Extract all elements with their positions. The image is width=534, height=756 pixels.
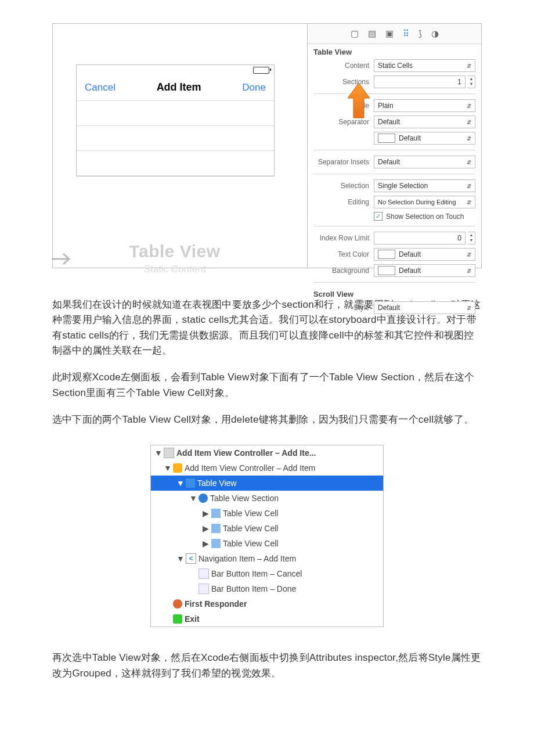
size-inspector-icon[interactable]: ⟆ [418, 28, 422, 39]
document-outline-figure: ▼ Add Item View Controller – Add Ite... … [150, 445, 384, 627]
editing-select[interactable]: No Selection During Editing⇵ [374, 196, 475, 208]
content-label: Content [313, 62, 374, 70]
xcode-screenshot-figure: Cancel Add Item Done Table View Static C… [52, 23, 482, 268]
disclosure-triangle-icon[interactable]: ▼ [154, 448, 161, 458]
disclosure-triangle-icon[interactable]: ▼ [189, 494, 196, 503]
placeholder-subtitle: Static Content [76, 264, 273, 275]
storyboard-phone-preview: Cancel Add Item Done [76, 64, 275, 177]
sections-label: Sections [313, 78, 374, 86]
color-swatch-icon [378, 250, 395, 259]
row-separator: Separator Default⇵ [308, 114, 481, 130]
outline-bar-button-done[interactable]: ▶ Bar Button Item – Done [151, 581, 383, 596]
scene-icon [164, 448, 174, 458]
disclosure-triangle-icon[interactable]: ▶ [202, 524, 209, 533]
inspector-tabs: ▢ ▤ ▣ ⠿ ⟆ ◑ [308, 24, 481, 44]
outline-table-view[interactable]: ▼ Table View [151, 476, 383, 491]
table-cell-icon [211, 509, 221, 518]
status-bar [77, 65, 274, 75]
outline-table-view-cell[interactable]: ▶ Table View Cell [151, 506, 383, 521]
table-view-placeholder: Table View Static Content [76, 242, 273, 275]
separator-insets-select[interactable]: Default⇵ [374, 156, 475, 168]
table-view-icon [186, 478, 195, 488]
row-text-color: Text Color Default⇵ [308, 246, 481, 262]
outline-exit[interactable]: ▶ Exit [151, 611, 383, 627]
color-swatch-icon [378, 134, 395, 143]
sections-field[interactable]: 1 [374, 75, 466, 88]
outline-scene[interactable]: ▼ Add Item View Controller – Add Ite... [151, 445, 383, 460]
bar-button-icon [199, 584, 209, 594]
text-color-select[interactable]: Default⇵ [374, 248, 475, 261]
navigation-bar: Cancel Add Item Done [77, 75, 274, 101]
row-selection: Selection Single Selection⇵ [308, 178, 481, 194]
checkbox-checked-icon: ✓ [374, 212, 383, 221]
text-color-label: Text Color [313, 250, 374, 258]
color-swatch-icon [378, 266, 395, 275]
bar-button-icon [199, 568, 209, 579]
separator-insets-label: Separator Insets [313, 158, 374, 166]
index-row-limit-field[interactable]: 0 [374, 232, 466, 244]
disclosure-triangle-icon[interactable]: ▼ [176, 554, 183, 563]
storyboard-entry-arrow-icon [52, 250, 75, 268]
section-table-view: Table View [308, 44, 481, 57]
section-scroll-view: Scroll View [308, 286, 481, 300]
connections-inspector-icon[interactable]: ◑ [431, 28, 439, 39]
content-select[interactable]: Static Cells⇵ [374, 59, 475, 72]
disclosure-triangle-icon[interactable]: ▶ [202, 509, 209, 518]
background-select[interactable]: Default⇵ [374, 264, 475, 277]
placeholder-title: Table View [76, 242, 273, 261]
first-responder-icon [173, 599, 182, 609]
separator-select[interactable]: Default⇵ [374, 116, 475, 128]
show-selection-on-touch-checkbox[interactable]: ✓ Show Selection on Touch [308, 210, 481, 222]
row-style: Style Plain⇵ [308, 98, 481, 114]
chevron-updown-icon: ⇵ [467, 63, 471, 69]
background-label: Background [313, 267, 374, 275]
outline-navigation-item[interactable]: ▼ < Navigation Item – Add Item [151, 551, 383, 566]
index-row-limit-stepper[interactable]: ▲▼ [468, 232, 475, 244]
table-cell[interactable] [77, 126, 274, 151]
style-select[interactable]: Plain⇵ [374, 99, 475, 112]
selection-label: Selection [313, 182, 374, 190]
sv-style-select[interactable]: Default⇵ [374, 301, 475, 314]
battery-icon [253, 67, 269, 74]
row-separator-insets: Separator Insets Default⇵ [308, 154, 481, 170]
table-cell[interactable] [77, 101, 274, 126]
row-separator-color: Default⇵ [308, 130, 481, 146]
row-background: Background Default⇵ [308, 262, 481, 279]
editing-label: Editing [313, 198, 374, 206]
paragraph: 此时观察Xcode左侧面板，会看到Table View对象下面有了一个Table… [52, 370, 482, 401]
cancel-button[interactable]: Cancel [85, 82, 116, 93]
attributes-inspector: ▢ ▤ ▣ ⠿ ⟆ ◑ Table View Content Static Ce… [307, 24, 481, 268]
done-button[interactable]: Done [242, 82, 266, 93]
row-sections: Sections 1▲▼ [308, 74, 481, 90]
paragraph: 再次选中Table View对象，然后在Xcode右侧面板中切换到Attribu… [52, 650, 482, 681]
index-row-limit-label: Index Row Limit [313, 234, 374, 242]
exit-icon [173, 614, 182, 624]
sections-stepper[interactable]: ▲▼ [468, 75, 475, 88]
paragraph: 选中下面的两个Table View Cell对象，用delete键将其删除，因为… [52, 412, 482, 427]
table-cell-icon [211, 524, 221, 533]
view-controller-icon [173, 463, 182, 473]
outline-view-controller[interactable]: ▼ Add Item View Controller – Add Item [151, 460, 383, 476]
selection-select[interactable]: Single Selection⇵ [374, 179, 475, 192]
table-cell[interactable] [77, 151, 274, 176]
attributes-inspector-icon[interactable]: ⠿ [403, 28, 409, 39]
disclosure-triangle-icon[interactable]: ▼ [176, 478, 183, 488]
identity-inspector-icon[interactable]: ▣ [385, 28, 394, 39]
table-section-icon [199, 494, 208, 503]
separator-color-select[interactable]: Default⇵ [374, 132, 475, 145]
outline-table-view-section[interactable]: ▼ Table View Section [151, 491, 383, 506]
outline-bar-button-cancel[interactable]: ▶ Bar Button Item – Cancel [151, 566, 383, 581]
outline-first-responder[interactable]: ▶ First Responder [151, 596, 383, 611]
row-sv-style: Style Default⇵ [308, 300, 481, 316]
disclosure-triangle-icon[interactable]: ▼ [164, 463, 171, 473]
outline-table-view-cell[interactable]: ▶ Table View Cell [151, 536, 383, 551]
nav-title: Add Item [157, 81, 201, 93]
outline-table-view-cell[interactable]: ▶ Table View Cell [151, 521, 383, 536]
sv-style-label: Style [313, 304, 374, 312]
row-content: Content Static Cells⇵ [308, 57, 481, 74]
quick-help-icon[interactable]: ▤ [368, 28, 376, 39]
disclosure-triangle-icon[interactable]: ▶ [202, 539, 209, 548]
separator-label: Separator [313, 118, 374, 126]
file-inspector-icon[interactable]: ▢ [351, 28, 359, 39]
table-cell-icon [211, 539, 221, 548]
